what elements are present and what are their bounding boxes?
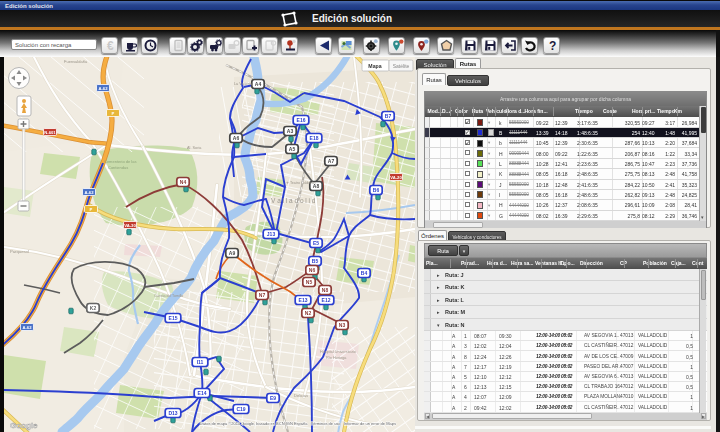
svg-text:Parquesol: Parquesol xyxy=(10,249,29,254)
svg-text:N5: N5 xyxy=(306,279,313,285)
svg-text:Al. Soria: Al. Soria xyxy=(187,146,202,150)
svg-text:Delicias: Delicias xyxy=(294,393,308,398)
svg-text:J13: J13 xyxy=(267,231,276,237)
svg-text:A3: A3 xyxy=(287,128,294,134)
svg-text:A-62: A-62 xyxy=(84,190,94,195)
svg-text:Fuensaldaña: Fuensaldaña xyxy=(64,59,88,64)
svg-text:Datos de mapa ©2014 Google, ba: Datos de mapa ©2014 Google, basado en BC… xyxy=(200,421,396,426)
svg-text:P: P xyxy=(112,111,115,116)
svg-text:B5: B5 xyxy=(312,258,319,264)
svg-text:A6: A6 xyxy=(233,135,240,141)
svg-text:A5: A5 xyxy=(289,146,296,152)
svg-text:E16: E16 xyxy=(297,117,306,123)
svg-text:?: ? xyxy=(549,39,556,52)
svg-text:N7: N7 xyxy=(259,292,266,298)
svg-text:A-62: A-62 xyxy=(98,86,108,91)
svg-text:A7: A7 xyxy=(328,158,335,164)
svg-text:A9: A9 xyxy=(229,250,236,256)
svg-text:D13: D13 xyxy=(168,410,177,416)
svg-text:Hospital Universitario: Hospital Universitario xyxy=(320,350,356,354)
svg-text:Mapa: Mapa xyxy=(368,63,381,69)
svg-text:B6: B6 xyxy=(373,187,380,193)
svg-text:VA-30: VA-30 xyxy=(124,223,136,228)
svg-text:E14: E14 xyxy=(198,390,207,396)
svg-text:VA-20: VA-20 xyxy=(390,175,402,180)
svg-text:La Victoria: La Victoria xyxy=(234,82,253,86)
svg-text:B7: B7 xyxy=(385,113,392,119)
svg-text:A-62: A-62 xyxy=(22,325,32,330)
svg-text:€: € xyxy=(107,39,114,52)
svg-text:E15: E15 xyxy=(169,315,178,321)
svg-text:✈ Teatro Calderón: ✈ Teatro Calderón xyxy=(286,181,316,185)
svg-text:P: P xyxy=(90,207,93,212)
svg-text:A4: A4 xyxy=(255,81,262,87)
svg-text:V a l l a d o l i d: V a l l a d o l i d xyxy=(271,197,316,204)
svg-text:Cuesta del Tomillo: Cuesta del Tomillo xyxy=(154,294,183,298)
svg-text:E9: E9 xyxy=(270,395,276,401)
svg-text:B4: B4 xyxy=(361,270,368,276)
svg-text:N6: N6 xyxy=(309,267,316,273)
svg-text:E12: E12 xyxy=(322,297,331,303)
svg-text:C19: C19 xyxy=(236,406,245,412)
svg-text:K2: K2 xyxy=(90,305,97,311)
svg-text:E5: E5 xyxy=(313,240,319,246)
svg-text:Satélite: Satélite xyxy=(393,63,410,69)
svg-text:N-601: N-601 xyxy=(44,130,56,135)
svg-text:N2: N2 xyxy=(305,310,312,316)
svg-text:N8: N8 xyxy=(322,287,329,293)
svg-text:N3: N3 xyxy=(339,322,346,328)
svg-text:Contiendas: Contiendas xyxy=(108,165,128,170)
svg-text:E13: E13 xyxy=(299,297,308,303)
svg-text:Google: Google xyxy=(10,421,38,430)
svg-text:N4: N4 xyxy=(180,179,187,185)
svg-text:I11: I11 xyxy=(197,359,204,365)
svg-text:Río Hortega: Río Hortega xyxy=(326,356,347,360)
svg-text:E18: E18 xyxy=(310,135,319,141)
svg-text:Cementerio de las: Cementerio de las xyxy=(104,159,136,164)
